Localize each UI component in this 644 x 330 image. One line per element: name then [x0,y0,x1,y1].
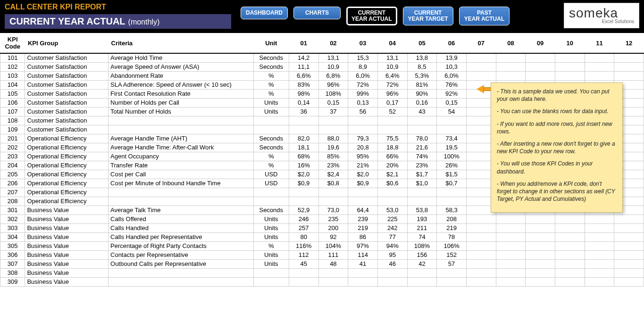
cell-value[interactable]: 219 [437,223,467,232]
cell-criteria[interactable]: Average Speed of Answer (ASA) [109,62,254,71]
cell-value[interactable] [377,277,407,286]
cell-value[interactable]: 10,3 [437,62,467,71]
cell-unit[interactable]: % [253,71,289,80]
cell-unit[interactable]: Units [253,107,289,116]
cell-group[interactable]: Customer Satisfaction [25,89,109,98]
cell-value[interactable] [555,53,585,62]
cell-value[interactable] [466,241,496,250]
cell-criteria[interactable] [109,188,254,197]
cell-value[interactable]: 16% [289,161,318,170]
cell-value[interactable]: 0,14 [289,98,318,107]
cell-value[interactable] [555,277,585,286]
cell-value[interactable] [614,241,644,250]
cell-value[interactable] [614,71,644,80]
cell-value[interactable] [289,197,318,206]
cell-group[interactable]: Customer Satisfaction [25,107,109,116]
cell-value[interactable]: 108% [407,241,437,250]
cell-value[interactable]: 18,1 [289,143,318,152]
cell-code[interactable]: 306 [0,250,25,259]
cell-group[interactable]: Operational Efficiency [25,179,109,188]
cell-unit[interactable]: % [253,161,289,170]
cell-value[interactable]: 19,6 [318,143,348,152]
cell-value[interactable] [585,223,614,232]
cell-unit[interactable]: Units [253,232,289,241]
cell-value[interactable]: 13,9 [437,53,467,62]
cell-value[interactable]: 56 [348,107,378,116]
cell-value[interactable]: 97% [348,241,378,250]
cell-criteria[interactable]: Outbound Calls per Representative [109,259,254,268]
cell-value[interactable] [526,277,555,286]
cell-value[interactable]: $1,7 [407,170,437,179]
cell-value[interactable]: $0,6 [377,179,407,188]
cell-unit[interactable]: Units [253,98,289,107]
cell-value[interactable]: 225 [377,214,407,223]
cell-value[interactable] [585,214,614,223]
cell-value[interactable]: 79,3 [348,134,378,143]
cell-value[interactable] [466,214,496,223]
cell-value[interactable] [614,250,644,259]
cell-value[interactable]: 46 [377,259,407,268]
cell-criteria[interactable]: Average Hold Time [109,53,254,62]
cell-value[interactable] [555,71,585,80]
cell-value[interactable]: 83% [289,80,318,89]
cell-value[interactable]: 246 [289,214,318,223]
cell-code[interactable]: 101 [0,53,25,62]
cell-value[interactable] [466,62,496,71]
cell-unit[interactable]: Units [253,250,289,259]
cell-value[interactable]: 45 [289,259,318,268]
cell-value[interactable] [437,197,467,206]
cell-code[interactable]: 302 [0,214,25,223]
cell-code[interactable]: 104 [0,80,25,89]
cell-unit[interactable]: % [253,241,289,250]
cell-value[interactable] [526,71,555,80]
cell-criteria[interactable]: Abandonment Rate [109,71,254,80]
cell-unit[interactable]: Units [253,223,289,232]
cell-value[interactable] [407,125,437,134]
cell-code[interactable]: 203 [0,152,25,161]
cell-group[interactable]: Business Value [25,223,109,232]
cell-value[interactable]: 21,6 [407,143,437,152]
cell-value[interactable]: 72% [377,80,407,89]
cell-value[interactable] [614,53,644,62]
cell-value[interactable] [377,188,407,197]
cell-code[interactable]: 202 [0,143,25,152]
cell-value[interactable] [496,214,526,223]
cell-code[interactable]: 207 [0,188,25,197]
cell-value[interactable] [585,268,614,277]
cell-value[interactable]: 92 [318,232,348,241]
cell-group[interactable]: Operational Efficiency [25,161,109,170]
cell-group[interactable]: Operational Efficiency [25,152,109,161]
cell-value[interactable] [318,277,348,286]
cell-group[interactable]: Business Value [25,250,109,259]
cell-value[interactable] [348,116,378,125]
cell-value[interactable] [526,268,555,277]
cell-value[interactable] [496,250,526,259]
cell-criteria[interactable] [109,268,254,277]
cell-value[interactable] [466,268,496,277]
cell-value[interactable]: $0,8 [318,179,348,188]
cell-value[interactable]: 10,9 [318,62,348,71]
cell-code[interactable]: 303 [0,223,25,232]
cell-criteria[interactable]: Average Handle Time: After-Call Work [109,143,254,152]
cell-code[interactable]: 305 [0,241,25,250]
cell-value[interactable] [614,232,644,241]
cell-value[interactable]: 54 [437,107,467,116]
cell-value[interactable]: 211 [407,223,437,232]
cell-value[interactable]: 73,4 [437,134,467,143]
cell-unit[interactable]: Seconds [253,134,289,143]
cell-value[interactable] [437,116,467,125]
cell-value[interactable]: 42 [407,259,437,268]
cell-value[interactable] [585,232,614,241]
cell-value[interactable]: 98% [289,89,318,98]
cell-code[interactable]: 205 [0,170,25,179]
cell-value[interactable]: 13,1 [318,53,348,62]
cell-value[interactable]: 8,9 [348,62,378,71]
cell-value[interactable]: 13,1 [377,53,407,62]
cell-value[interactable] [526,214,555,223]
cell-code[interactable]: 307 [0,259,25,268]
cell-code[interactable]: 206 [0,179,25,188]
cell-value[interactable] [466,223,496,232]
cell-value[interactable] [348,188,378,197]
cell-value[interactable]: $2,1 [377,170,407,179]
cell-value[interactable]: 57 [437,259,467,268]
